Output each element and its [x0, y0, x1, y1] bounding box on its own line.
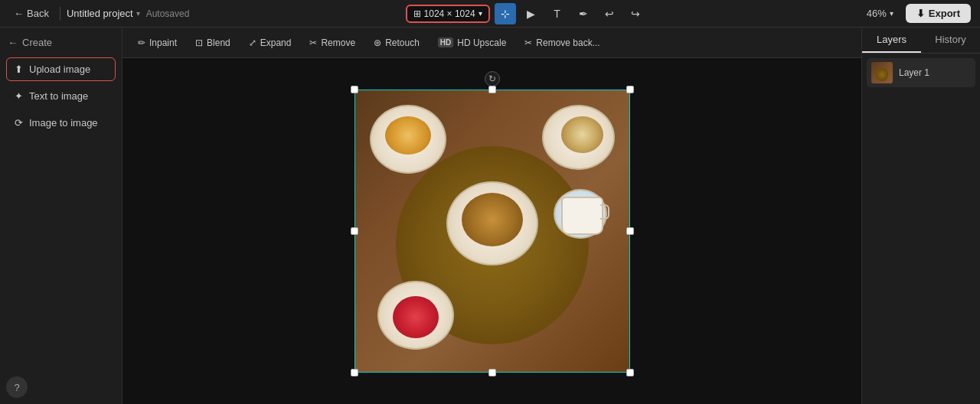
- pen-icon: ✒: [579, 8, 588, 20]
- remove-icon: ✂: [309, 37, 317, 48]
- right-tabs: Layers History: [862, 28, 980, 54]
- top-bar: ← Back Untitled project ▾ Autosaved ⊞ 10…: [0, 0, 980, 28]
- top-bar-right: 46% ▾ ⬇ Export: [862, 4, 971, 23]
- question-mark-icon: ?: [14, 382, 19, 393]
- download-icon: ⬇: [916, 8, 925, 19]
- top-bar-left: ← Back Untitled project ▾ Autosaved: [9, 6, 189, 21]
- inpaint-label: Inpaint: [149, 37, 177, 48]
- redo-button[interactable]: ↪: [625, 3, 646, 24]
- help-button[interactable]: ?: [6, 376, 28, 398]
- center-area: ✏ Inpaint ⊡ Blend ⤢ Expand ✂ Remove ⊛ Re…: [122, 28, 861, 404]
- tab-layers[interactable]: Layers: [862, 28, 921, 53]
- grid-icon: ⊞: [413, 8, 421, 19]
- layer-name: Layer 1: [899, 67, 929, 78]
- expand-label: Expand: [260, 37, 292, 48]
- blend-icon: ⊡: [195, 37, 203, 48]
- food-2: [561, 116, 603, 153]
- canvas-size-label: 1024 × 1024: [424, 8, 475, 19]
- inpaint-button[interactable]: ✏ Inpaint: [130, 34, 185, 51]
- sparkle-icon: ✦: [15, 90, 23, 102]
- retouch-button[interactable]: ⊛ Retouch: [366, 34, 427, 51]
- blend-label: Blend: [207, 37, 230, 48]
- canvas-size-button[interactable]: ⊞ 1024 × 1024 ▾: [406, 5, 490, 23]
- undo-icon: ↩: [605, 8, 614, 20]
- create-label: Create: [22, 37, 52, 48]
- sidebar-item-image-to-image[interactable]: ⟳ Image to image: [6, 111, 116, 135]
- retouch-icon: ⊛: [374, 37, 381, 48]
- hd-upscale-label: HD Upscale: [457, 37, 506, 48]
- handle-bot-left[interactable]: [351, 369, 358, 376]
- undo-button[interactable]: ↩: [599, 3, 620, 24]
- handle-top-mid[interactable]: [488, 86, 496, 93]
- tab-history[interactable]: History: [921, 28, 980, 53]
- remove-button[interactable]: ✂ Remove: [302, 34, 363, 51]
- left-sidebar: ← Create ⬆ Upload image ✦ Text to image …: [0, 28, 122, 404]
- right-sidebar: Layers History Layer 1: [861, 28, 980, 404]
- upload-icon: ⬆: [15, 64, 23, 75]
- canvas-area[interactable]: ↻: [122, 58, 861, 404]
- blend-button[interactable]: ⊡ Blend: [188, 34, 238, 51]
- handle-top-left[interactable]: [351, 86, 358, 93]
- food-4: [393, 296, 439, 338]
- remove-back-icon: ✂: [524, 37, 532, 48]
- back-button[interactable]: ← Back: [9, 6, 54, 21]
- food-1: [385, 116, 431, 155]
- sidebar-bottom: ?: [6, 370, 116, 398]
- layer-thumbnail: [871, 62, 893, 83]
- food-3: [462, 193, 523, 246]
- hd-upscale-button[interactable]: HD HD Upscale: [430, 34, 514, 51]
- handle-top-right[interactable]: [626, 86, 634, 93]
- retouch-label: Retouch: [385, 37, 420, 48]
- handle-bot-right[interactable]: [626, 369, 634, 376]
- select-tool-button[interactable]: ⊹: [495, 3, 516, 24]
- back-label: Back: [27, 8, 49, 19]
- autosaved-status: Autosaved: [146, 8, 190, 19]
- divider: [60, 7, 60, 21]
- text-icon: T: [554, 8, 560, 20]
- refresh-icon: ⟳: [15, 117, 23, 129]
- export-button[interactable]: ⬇ Export: [906, 4, 971, 23]
- layers-content: Layer 1: [862, 54, 980, 92]
- pen-tool-button[interactable]: ✒: [573, 3, 594, 24]
- chevron-down-icon: ▾: [479, 9, 482, 18]
- select-icon: ⊹: [501, 8, 510, 20]
- sidebar-item-upload-image[interactable]: ⬆ Upload image: [6, 57, 116, 81]
- chevron-down-icon: ▾: [136, 9, 140, 18]
- sidebar-item-label: Image to image: [29, 117, 98, 129]
- back-icon: ←: [14, 8, 24, 19]
- handle-mid-left[interactable]: [351, 227, 358, 235]
- expand-button[interactable]: ⤢ Expand: [241, 34, 299, 51]
- text-tool-button[interactable]: T: [547, 3, 568, 24]
- zoom-level: 46%: [867, 8, 887, 19]
- cup: [561, 197, 603, 235]
- edit-toolbar: ✏ Inpaint ⊡ Blend ⤢ Expand ✂ Remove ⊛ Re…: [122, 28, 861, 58]
- handle-mid-right[interactable]: [626, 227, 634, 235]
- redo-icon: ↪: [631, 8, 640, 20]
- move-icon: ▶: [527, 8, 535, 20]
- rotate-handle[interactable]: ↻: [485, 71, 500, 86]
- sidebar-item-label: Text to image: [29, 90, 88, 102]
- remove-label: Remove: [321, 37, 355, 48]
- zoom-button[interactable]: 46% ▾: [862, 5, 898, 21]
- canvas-image: [354, 90, 630, 373]
- inpaint-icon: ✏: [138, 37, 145, 48]
- history-tab-label: History: [935, 34, 965, 45]
- create-icon: ←: [8, 37, 18, 48]
- project-name[interactable]: Untitled project ▾: [67, 8, 140, 19]
- remove-back-button[interactable]: ✂ Remove back...: [517, 34, 607, 51]
- chevron-down-icon: ▾: [890, 9, 893, 18]
- rotate-icon: ↻: [488, 73, 496, 84]
- handle-bot-mid[interactable]: [488, 369, 496, 376]
- canvas-wrapper: ↻: [354, 90, 630, 373]
- move-tool-button[interactable]: ▶: [521, 3, 542, 24]
- sidebar-item-text-to-image[interactable]: ✦ Text to image: [6, 84, 116, 108]
- remove-back-label: Remove back...: [536, 37, 599, 48]
- top-bar-center: ⊞ 1024 × 1024 ▾ ⊹ ▶ T ✒ ↩ ↪: [406, 3, 646, 24]
- create-header: ← Create: [6, 34, 116, 54]
- layers-tab-label: Layers: [877, 34, 906, 45]
- hd-icon: HD: [438, 37, 453, 47]
- export-label: Export: [929, 8, 960, 19]
- expand-icon: ⤢: [249, 37, 256, 48]
- sidebar-item-label: Upload image: [29, 64, 90, 75]
- layer-item[interactable]: Layer 1: [867, 58, 975, 87]
